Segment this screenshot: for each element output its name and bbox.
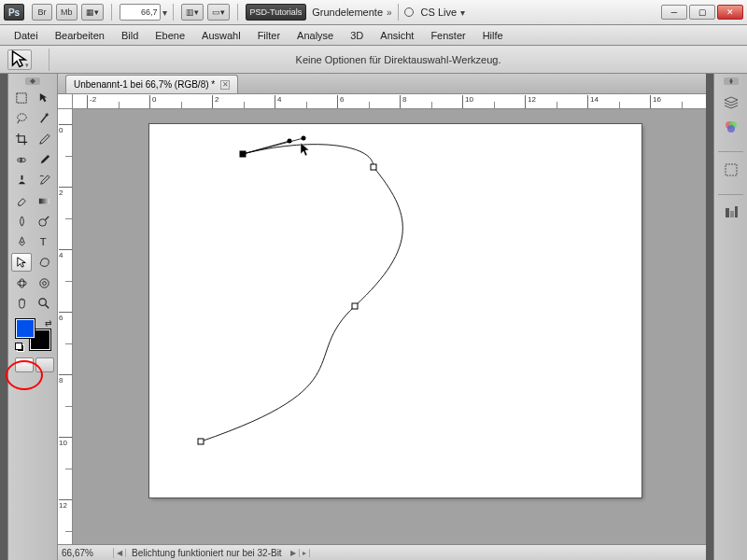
minimize-button[interactable]: ─ xyxy=(661,5,687,20)
eraser-tool[interactable] xyxy=(11,191,32,210)
separator xyxy=(49,49,49,71)
panel-expand-toggle[interactable] xyxy=(724,77,739,85)
menu-bild[interactable]: Bild xyxy=(113,28,147,43)
workspace-secondary-label[interactable]: Grundelemente xyxy=(312,7,383,18)
ruler-origin[interactable] xyxy=(58,94,73,109)
3d-rotate-tool[interactable] xyxy=(11,273,32,292)
document-tab[interactable]: Unbenannt-1 bei 66,7% (RGB/8) * ✕ xyxy=(65,75,238,93)
crop-tool[interactable] xyxy=(11,130,32,148)
svg-point-23 xyxy=(727,125,735,133)
eyedropper-tool[interactable] xyxy=(34,130,54,148)
maximize-button[interactable]: ▢ xyxy=(689,5,715,20)
svg-point-9 xyxy=(20,278,24,287)
status-prev-icon[interactable]: ◀ xyxy=(114,549,126,557)
color-swatches: ⇄ xyxy=(15,318,52,352)
view-extras-button[interactable]: ▦▾ xyxy=(81,4,104,21)
svg-rect-4 xyxy=(38,198,49,203)
svg-line-15 xyxy=(243,138,303,154)
cslive-icon xyxy=(404,7,414,17)
pen-tool[interactable] xyxy=(11,232,32,251)
3d-camera-tool[interactable] xyxy=(34,273,54,292)
gradient-tool[interactable] xyxy=(34,191,54,210)
zoom-tool[interactable] xyxy=(34,294,54,313)
bridge-button[interactable]: Br xyxy=(32,4,52,21)
zoom-input[interactable] xyxy=(120,4,161,21)
swap-colors-icon[interactable]: ⇄ xyxy=(45,318,52,328)
menu-fenster[interactable]: Fenster xyxy=(422,28,473,43)
close-button[interactable]: ✕ xyxy=(717,5,743,20)
menu-analyse[interactable]: Analyse xyxy=(289,28,342,43)
svg-rect-24 xyxy=(726,164,737,175)
menu-3d[interactable]: 3D xyxy=(342,28,372,43)
tools-panel: T ⇄ xyxy=(7,74,58,560)
workspace-more-icon[interactable]: » xyxy=(387,7,392,18)
marquee-tool[interactable] xyxy=(11,89,32,107)
document-tab-bar: Unbenannt-1 bei 66,7% (RGB/8) * ✕ xyxy=(58,74,706,94)
channels-panel-icon[interactable] xyxy=(720,117,742,137)
svg-point-12 xyxy=(38,298,46,305)
layers-panel-icon[interactable] xyxy=(720,92,742,113)
menu-auswahl[interactable]: Auswahl xyxy=(193,28,249,43)
menu-hilfe[interactable]: Hilfe xyxy=(474,28,512,43)
workspace-active-button[interactable]: PSD-Tutorials xyxy=(246,4,307,21)
adjustments-panel-icon[interactable] xyxy=(720,203,742,223)
separator xyxy=(398,4,399,21)
panel-collapse-toggle[interactable] xyxy=(25,77,40,85)
svg-point-5 xyxy=(38,218,46,226)
minibridge-button[interactable]: Mb xyxy=(56,4,78,21)
type-tool[interactable]: T xyxy=(34,232,54,251)
menu-datei[interactable]: Datei xyxy=(6,28,47,43)
quickmask-mode-button[interactable] xyxy=(35,357,54,372)
separator xyxy=(111,4,112,21)
dodge-tool[interactable] xyxy=(34,212,54,231)
document-tab-label: Unbenannt-1 bei 66,7% (RGB/8) * xyxy=(74,79,215,90)
history-brush-tool[interactable] xyxy=(34,171,54,189)
lasso-tool[interactable] xyxy=(11,109,32,128)
hand-tool[interactable] xyxy=(11,294,32,313)
ruler-vertical[interactable]: 024681012 xyxy=(58,109,73,544)
svg-text:T: T xyxy=(39,236,46,247)
options-bar: Keine Optionen für Direktauswahl-Werkzeu… xyxy=(0,46,747,74)
brush-tool[interactable] xyxy=(34,150,54,169)
svg-point-16 xyxy=(302,136,306,141)
magic-wand-tool[interactable] xyxy=(34,109,54,128)
default-colors-icon[interactable] xyxy=(15,343,24,352)
options-message: Keine Optionen für Direktauswahl-Werkzeu… xyxy=(57,54,740,65)
canvas-viewport[interactable] xyxy=(73,109,706,544)
cslive-dropdown-icon[interactable]: ▾ xyxy=(460,7,465,18)
svg-rect-0 xyxy=(16,92,25,102)
menu-ebene[interactable]: Ebene xyxy=(147,28,193,43)
svg-rect-26 xyxy=(730,211,734,217)
screen-mode-button[interactable]: ▭▾ xyxy=(207,4,230,21)
standard-mode-button[interactable] xyxy=(15,357,34,372)
canvas[interactable] xyxy=(149,124,641,497)
foreground-color[interactable] xyxy=(15,318,35,339)
window-controls: ─ ▢ ✕ xyxy=(661,5,743,20)
status-next-icon[interactable]: ▶ xyxy=(288,549,300,557)
svg-point-8 xyxy=(17,281,25,286)
current-tool-preset[interactable] xyxy=(7,49,32,70)
shape-tool[interactable] xyxy=(34,253,54,272)
zoom-dropdown-icon[interactable]: ▾ xyxy=(162,7,167,18)
healing-brush-tool[interactable] xyxy=(11,150,32,169)
title-bar: Ps Br Mb ▦▾ ▾ ▥▾ ▭▾ PSD-Tutorials Grunde… xyxy=(0,0,747,25)
mask-mode-group xyxy=(15,357,54,372)
paths-panel-icon[interactable] xyxy=(720,160,742,180)
blur-tool[interactable] xyxy=(11,212,32,231)
status-menu-icon[interactable]: ▸ xyxy=(300,549,310,557)
arrange-button[interactable]: ▥▾ xyxy=(181,4,204,21)
menu-filter[interactable]: Filter xyxy=(249,28,289,43)
svg-rect-17 xyxy=(240,151,246,157)
menu-bearbeiten[interactable]: Bearbeiten xyxy=(47,28,113,43)
clone-stamp-tool[interactable] xyxy=(11,171,32,189)
path-overlay xyxy=(149,124,641,497)
close-tab-icon[interactable]: ✕ xyxy=(220,80,230,90)
right-panel-collapsed xyxy=(713,74,747,560)
status-zoom[interactable]: 66,67% xyxy=(58,548,114,558)
svg-point-11 xyxy=(42,281,46,285)
direct-selection-tool[interactable] xyxy=(11,253,32,272)
move-tool[interactable] xyxy=(34,89,54,107)
menu-ansicht[interactable]: Ansicht xyxy=(372,28,422,43)
ruler-horizontal[interactable]: -2024681012141618 xyxy=(73,94,706,109)
cslive-button[interactable]: CS Live xyxy=(421,7,458,18)
